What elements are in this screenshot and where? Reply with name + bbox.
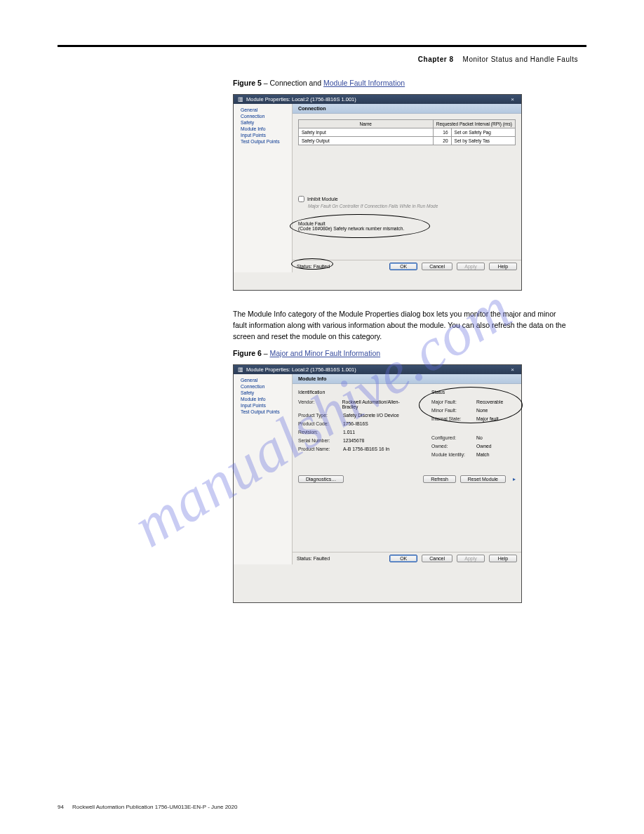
reset-module-button[interactable]: Reset Module (460, 475, 506, 483)
status-bar: Status: Faulted OK Cancel Apply Help (293, 552, 521, 564)
row-note: Set on Safety Pag (451, 128, 515, 137)
publication-id: Rockwell Automation Publication 1756-UM0… (72, 804, 238, 810)
configured-label: Configured: (431, 435, 471, 440)
status-bar: Status: Faulted OK Cancel Apply Help (293, 260, 521, 272)
nav-input-points[interactable]: Input Points (234, 402, 292, 409)
nav-connection[interactable]: Connection (234, 383, 292, 390)
apply-button: Apply (457, 555, 485, 562)
close-icon[interactable]: × (508, 366, 517, 373)
fig6-number: Figure 6 (233, 349, 262, 357)
module-fault-text: (Code 16#080e) Safety network number mis… (298, 226, 516, 231)
window-title: Module Properties: Local:2 (1756-IB16S 1… (246, 96, 356, 102)
window-icon: ▥ (238, 96, 243, 102)
th-name: Name (299, 120, 434, 128)
configured-value: No (476, 435, 483, 440)
window-icon: ▥ (238, 366, 243, 373)
nav-module-info[interactable]: Module Info (234, 396, 292, 402)
ok-button[interactable]: OK (389, 555, 417, 562)
revision-value: 1.011 (343, 430, 355, 435)
close-icon[interactable]: × (508, 96, 517, 102)
major-fault-note: Major Fault On Controller If Connection … (308, 204, 516, 208)
fig6-text: – (262, 349, 270, 357)
product-type-value: Safety Discrete I/O Device (343, 413, 399, 418)
module-properties-window-module-info: ▥ Module Properties: Local:2 (1756-IB16S… (233, 364, 522, 603)
module-identity-value: Match (476, 452, 490, 457)
figure5-caption: Figure 5 – Connection and Module Fault I… (233, 79, 586, 87)
refresh-button[interactable]: Refresh (423, 475, 456, 483)
minor-fault-value: None (476, 408, 488, 413)
chapter-link: Chapter 8 (418, 55, 454, 63)
product-code-label: Product Code: (298, 421, 337, 426)
titlebar: ▥ Module Properties: Local:2 (1756-IB16S… (234, 95, 521, 104)
chapter-title: Monitor Status and Handle Faults (463, 55, 578, 63)
minor-fault-label: Minor Fault: (431, 408, 471, 413)
help-button[interactable]: Help (489, 263, 517, 270)
table-row: Safety Input 16 Set on Safety Pag (299, 128, 516, 137)
nav-safety[interactable]: Safety (234, 390, 292, 396)
module-identity-label: Module Identity: (431, 452, 471, 457)
cancel-button[interactable]: Cancel (422, 263, 452, 270)
serial-value: 12345678 (343, 438, 364, 443)
page-rule (58, 45, 586, 47)
table-row: Safety Output 20 Set by Safety Tas (299, 137, 516, 145)
nav-connection[interactable]: Connection (234, 113, 292, 119)
page-footer: 94 Rockwell Automation Publication 1756-… (58, 804, 586, 810)
serial-label: Serial Number: (298, 438, 337, 443)
row-name: Safety Input (299, 128, 434, 137)
module-properties-window-connection: ▥ Module Properties: Local:2 (1756-IB16S… (233, 94, 522, 291)
titlebar: ▥ Module Properties: Local:2 (1756-IB16S… (234, 365, 521, 374)
product-code-value: 1756-IB16S (343, 421, 368, 426)
inhibit-module-label: Inhibit Module (307, 197, 338, 201)
status-heading: Status (431, 390, 503, 395)
nav-general[interactable]: General (234, 377, 292, 383)
connection-table: Name Requested Packet Interval (RPI) (ms… (298, 119, 516, 145)
body-paragraph: The Module Info category of the Module P… (233, 309, 570, 342)
inhibit-module-checkbox[interactable] (298, 196, 304, 202)
major-fault-label: Major Fault: (431, 399, 471, 404)
product-name-value: A-B 1756-IB16S 16 In (343, 446, 389, 451)
owned-label: Owned: (431, 444, 471, 449)
module-fault-label: Module Fault (298, 221, 516, 226)
diagnostics-button[interactable]: Diagnostics… (298, 475, 344, 483)
vendor-value: Rockwell Automation/Allen-Bradley (342, 399, 403, 409)
nav-tree: General Connection Safety Module Info In… (234, 104, 293, 272)
row-rpi[interactable]: 16 (433, 128, 451, 137)
nav-safety[interactable]: Safety (234, 119, 292, 126)
internal-state-value: Major fault (476, 416, 499, 421)
fig5-number: Figure 5 (233, 79, 262, 87)
window-title: Module Properties: Local:2 (1756-IB16S 1… (246, 366, 356, 373)
module-fault-box: Module Fault (Code 16#080e) Safety netwo… (298, 217, 516, 235)
content-header: Connection (293, 104, 521, 114)
page-header: Chapter 8 Monitor Status and Handle Faul… (58, 55, 578, 63)
help-button[interactable]: Help (489, 555, 517, 562)
th-rpi: Requested Packet Interval (RPI) (ms) (433, 120, 515, 128)
nav-module-info[interactable]: Module Info (234, 126, 292, 132)
nav-input-points[interactable]: Input Points (234, 132, 292, 138)
vendor-label: Vendor: (298, 399, 336, 409)
status-text: Status: Faulted (297, 556, 330, 561)
chevron-right-icon[interactable]: ▸ (513, 476, 516, 482)
nav-test-output-points[interactable]: Test Output Points (234, 409, 292, 415)
content-header: Module Info (293, 374, 521, 384)
ok-button[interactable]: OK (389, 263, 417, 270)
fig6-link: Major and Minor Fault Information (270, 349, 381, 357)
owned-value: Owned (476, 444, 492, 449)
revision-label: Revision: (298, 430, 337, 435)
identification-heading: Identification (298, 390, 403, 395)
nav-test-output-points[interactable]: Test Output Points (234, 138, 292, 145)
major-fault-value: Recoverable (476, 399, 503, 404)
row-rpi[interactable]: 20 (433, 137, 451, 145)
internal-state-label: Internal State: (431, 416, 471, 421)
figure6-caption: Figure 6 – Major and Minor Fault Informa… (233, 349, 586, 357)
product-type-label: Product Type: (298, 413, 337, 418)
cancel-button[interactable]: Cancel (422, 555, 452, 562)
row-name: Safety Output (299, 137, 434, 145)
product-name-label: Product Name: (298, 446, 337, 451)
nav-general[interactable]: General (234, 107, 292, 113)
status-text: Status: Faulted (297, 264, 330, 269)
fig5-link: Module Fault Information (323, 79, 405, 87)
fig5-text: – Connection and (262, 79, 323, 87)
apply-button: Apply (457, 263, 485, 270)
row-note: Set by Safety Tas (451, 137, 515, 145)
nav-tree: General Connection Safety Module Info In… (234, 374, 293, 564)
